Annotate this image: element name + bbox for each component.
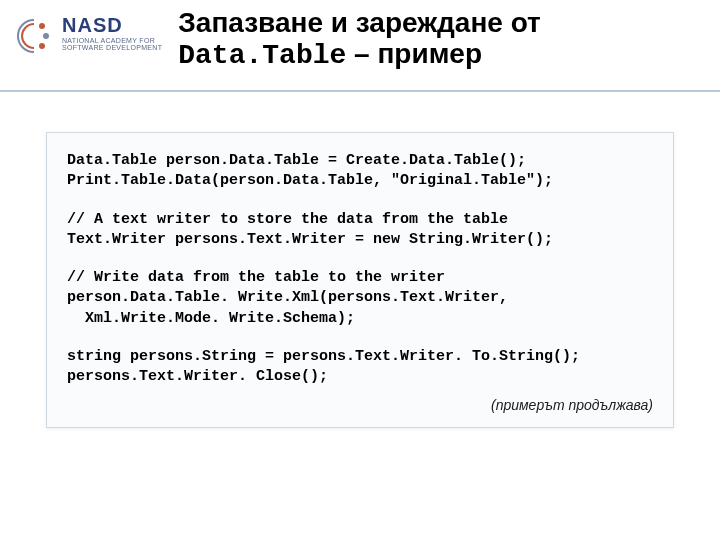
slide-header: NASD NATIONAL ACADEMY FOR SOFTWARE DEVEL… [0, 0, 720, 92]
code-line: Print.Table.Data(person.Data.Table, "Ori… [67, 171, 653, 191]
logo: NASD NATIONAL ACADEMY FOR SOFTWARE DEVEL… [12, 14, 162, 58]
title-suffix: – пример [346, 38, 482, 69]
title-line-2: Data.Table – пример [178, 39, 708, 72]
code-line: string persons.String = persons.Text.Wri… [67, 347, 653, 367]
svg-point-0 [39, 23, 45, 29]
continues-note: (примерът продължава) [67, 397, 653, 413]
logo-text: NASD NATIONAL ACADEMY FOR SOFTWARE DEVEL… [62, 14, 162, 51]
logo-title: NASD [62, 14, 162, 37]
code-line: // Write data from the table to the writ… [67, 268, 653, 288]
code-line: Text.Writer persons.Text.Writer = new St… [67, 230, 653, 250]
logo-subtitle: NATIONAL ACADEMY FOR SOFTWARE DEVELOPMEN… [62, 37, 162, 51]
code-block: Data.Table person.Data.Table = Create.Da… [46, 132, 674, 428]
code-line: Xml.Write.Mode. Write.Schema); [67, 309, 653, 329]
code-line: person.Data.Table. Write.Xml(persons.Tex… [67, 288, 653, 308]
title-line-1: Запазване и зареждане от [178, 8, 708, 39]
title-code-token: Data.Table [178, 40, 346, 71]
svg-point-1 [43, 33, 49, 39]
code-line: persons.Text.Writer. Close(); [67, 367, 653, 387]
code-line: Data.Table person.Data.Table = Create.Da… [67, 151, 653, 171]
logo-icon [12, 14, 56, 58]
code-line: // A text writer to store the data from … [67, 210, 653, 230]
svg-point-2 [39, 43, 45, 49]
slide-title: Запазване и зареждане от Data.Table – пр… [162, 8, 708, 72]
